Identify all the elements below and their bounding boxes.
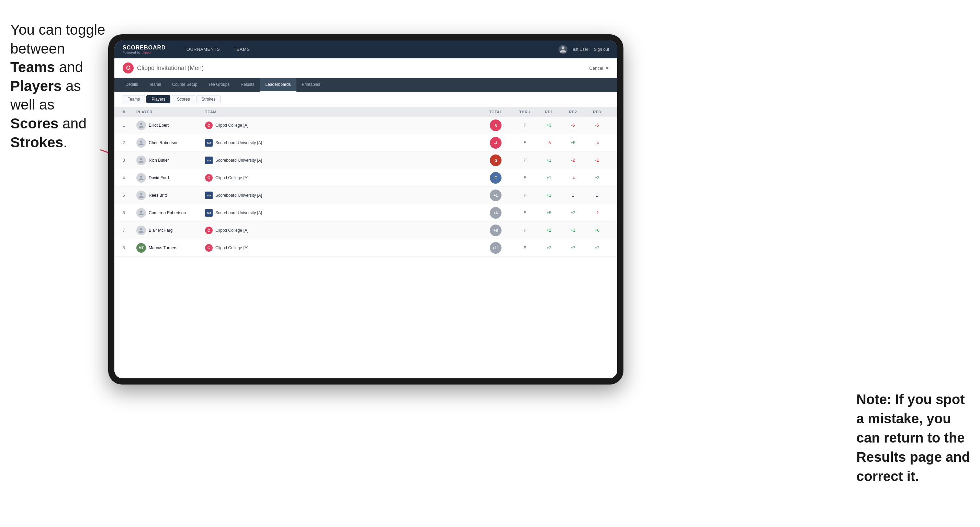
- thru: F: [513, 228, 537, 233]
- tab-details[interactable]: Details: [120, 78, 143, 92]
- score-badge: +11: [490, 242, 501, 254]
- cancel-button[interactable]: Cancel ✕: [589, 65, 609, 71]
- thru: F: [513, 193, 537, 198]
- player-avatar: [136, 156, 146, 165]
- rd1: +2: [537, 228, 561, 233]
- rd2: E: [561, 193, 585, 198]
- table-row: 4 David Ford C Clippd College [A] E F +1…: [115, 169, 617, 187]
- rd1: +3: [537, 123, 561, 128]
- player-avatar: [136, 173, 146, 183]
- player-name: Marcus Turners: [149, 246, 177, 250]
- tab-printables[interactable]: Printables: [296, 78, 326, 92]
- row-num: 6: [123, 210, 136, 215]
- logo-area: SCOREBOARD Powered by clippd: [123, 44, 166, 54]
- player-name: Elliot Ebert: [149, 123, 169, 128]
- team-cell: C Clippd College [A]: [205, 227, 479, 234]
- tab-course-setup[interactable]: Course Setup: [167, 78, 203, 92]
- rd1: +1: [537, 193, 561, 198]
- col-thru: THRU: [513, 110, 537, 114]
- player-name: Rich Butler: [149, 158, 169, 163]
- user-icon: [558, 45, 568, 54]
- thru: F: [513, 175, 537, 180]
- row-num: 5: [123, 193, 136, 198]
- table-row: 2 Chris Robertson SU Scoreboard Universi…: [115, 134, 617, 152]
- top-nav: SCOREBOARD Powered by clippd TOURNAMENTS…: [115, 41, 617, 58]
- col-team: TEAM: [205, 110, 479, 114]
- table-header: # PLAYER TEAM TOTAL THRU RD1 RD2 RD3: [115, 107, 617, 117]
- team-logo: SU: [205, 157, 213, 164]
- note-bold: Note: If you spot a mistake, you can ret…: [856, 392, 970, 484]
- toggle-scores[interactable]: Scores: [172, 95, 195, 103]
- team-name: Scoreboard University [A]: [215, 140, 262, 145]
- toggle-strokes[interactable]: Strokes: [196, 95, 221, 103]
- player-cell: David Ford: [136, 173, 205, 183]
- rd1: -5: [537, 140, 561, 145]
- user-text: Test User |: [571, 47, 590, 52]
- team-logo: C: [205, 244, 213, 252]
- table-row: 7 Blair McHarg C Clippd College [A] +8 F…: [115, 222, 617, 239]
- nav-link-teams[interactable]: TEAMS: [227, 41, 256, 58]
- col-rd2: RD2: [561, 110, 585, 114]
- team-name: Clippd College [A]: [215, 228, 248, 233]
- rd2: -6: [561, 123, 585, 128]
- rd3: +6: [585, 228, 609, 233]
- col-rd1: RD1: [537, 110, 561, 114]
- team-logo: C: [205, 122, 213, 129]
- player-cell: Rich Butler: [136, 156, 205, 165]
- table-row: 1 Elliot Ebert C Clippd College [A] -8 F…: [115, 117, 617, 134]
- team-name: Clippd College [A]: [215, 123, 248, 128]
- team-logo: C: [205, 174, 213, 182]
- tab-tee-groups[interactable]: Tee Groups: [203, 78, 235, 92]
- score-badge: -8: [490, 119, 501, 131]
- tablet-frame: SCOREBOARD Powered by clippd TOURNAMENTS…: [108, 34, 624, 384]
- thru: F: [513, 123, 537, 128]
- rd2: +2: [561, 210, 585, 215]
- thru: F: [513, 210, 537, 215]
- toggle-teams[interactable]: Teams: [123, 95, 145, 103]
- thru: F: [513, 246, 537, 250]
- player-avatar: [136, 121, 146, 130]
- player-avatar: [136, 190, 146, 200]
- tournament-name: Clippd Invitational (Men): [137, 65, 204, 72]
- toggle-players[interactable]: Players: [146, 95, 170, 103]
- nav-link-tournaments[interactable]: TOURNAMENTS: [177, 41, 227, 58]
- rd2: +1: [561, 228, 585, 233]
- nav-links: TOURNAMENTS TEAMS: [177, 41, 558, 58]
- tab-teams[interactable]: Teams: [143, 78, 167, 92]
- player-cell: Rees Britt: [136, 190, 205, 200]
- player-avatar: [136, 138, 146, 148]
- score-badge: +8: [490, 225, 501, 236]
- rd3: -4: [585, 140, 609, 145]
- tablet-screen: SCOREBOARD Powered by clippd TOURNAMENTS…: [115, 41, 617, 378]
- rd1: +1: [537, 175, 561, 180]
- total-cell: E: [479, 172, 513, 184]
- score-badge: -2: [490, 154, 501, 166]
- right-annotation: Note: If you spot a mistake, you can ret…: [856, 390, 973, 486]
- table-row: 6 Cameron Robertson SU Scoreboard Univer…: [115, 204, 617, 222]
- tournament-header: C Clippd Invitational (Men) Cancel ✕: [115, 58, 617, 78]
- total-cell: -8: [479, 119, 513, 131]
- row-num: 1: [123, 123, 136, 128]
- rd2: +7: [561, 246, 585, 250]
- row-num: 2: [123, 140, 136, 145]
- rd3: -1: [585, 158, 609, 163]
- total-cell: -2: [479, 154, 513, 166]
- team-name: Scoreboard University [A]: [215, 158, 262, 163]
- tab-results[interactable]: Results: [235, 78, 260, 92]
- score-badge: E: [490, 172, 501, 184]
- player-name: Rees Britt: [149, 193, 167, 198]
- player-name: Chris Robertson: [149, 140, 179, 145]
- leaderboard-table: # PLAYER TEAM TOTAL THRU RD1 RD2 RD3 1 E…: [115, 107, 617, 378]
- rd2: -4: [561, 175, 585, 180]
- table-row: 8 MT Marcus Turners C Clippd College [A]…: [115, 239, 617, 257]
- sign-out-link[interactable]: Sign out: [594, 47, 609, 52]
- thru: F: [513, 140, 537, 145]
- player-name: Cameron Robertson: [149, 210, 186, 215]
- team-name: Clippd College [A]: [215, 246, 248, 250]
- rd1: +1: [537, 158, 561, 163]
- tab-leaderboards[interactable]: Leaderboards: [260, 78, 296, 92]
- team-cell: SU Scoreboard University [A]: [205, 157, 479, 164]
- team-name: Clippd College [A]: [215, 175, 248, 180]
- score-badge: +6: [490, 207, 501, 219]
- team-cell: C Clippd College [A]: [205, 122, 479, 129]
